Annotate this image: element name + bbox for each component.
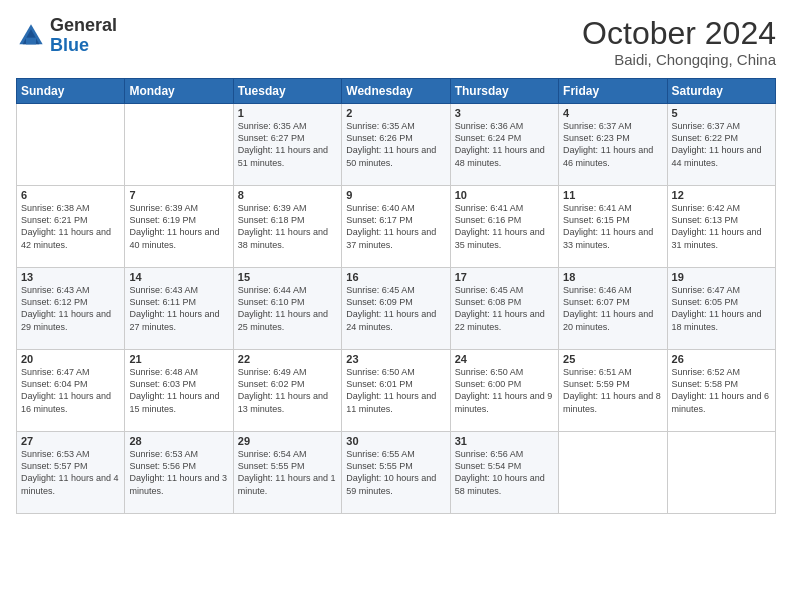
day-info: Sunrise: 6:37 AMSunset: 6:22 PMDaylight:… [672, 121, 762, 167]
col-sunday: Sunday [17, 79, 125, 104]
logo-blue: Blue [50, 35, 89, 55]
day-number: 4 [563, 107, 662, 119]
col-monday: Monday [125, 79, 233, 104]
day-number: 22 [238, 353, 337, 365]
day-number: 25 [563, 353, 662, 365]
day-number: 10 [455, 189, 554, 201]
calendar-cell: 28Sunrise: 6:53 AMSunset: 5:56 PMDayligh… [125, 432, 233, 514]
day-number: 16 [346, 271, 445, 283]
col-wednesday: Wednesday [342, 79, 450, 104]
day-number: 7 [129, 189, 228, 201]
day-info: Sunrise: 6:50 AMSunset: 6:00 PMDaylight:… [455, 367, 553, 413]
calendar: Sunday Monday Tuesday Wednesday Thursday… [16, 78, 776, 514]
logo-general: General [50, 15, 117, 35]
calendar-cell [667, 432, 775, 514]
day-info: Sunrise: 6:49 AMSunset: 6:02 PMDaylight:… [238, 367, 328, 413]
calendar-cell: 6Sunrise: 6:38 AMSunset: 6:21 PMDaylight… [17, 186, 125, 268]
day-info: Sunrise: 6:42 AMSunset: 6:13 PMDaylight:… [672, 203, 762, 249]
calendar-week-2: 6Sunrise: 6:38 AMSunset: 6:21 PMDaylight… [17, 186, 776, 268]
day-number: 21 [129, 353, 228, 365]
day-number: 30 [346, 435, 445, 447]
day-info: Sunrise: 6:38 AMSunset: 6:21 PMDaylight:… [21, 203, 111, 249]
day-number: 11 [563, 189, 662, 201]
calendar-cell: 20Sunrise: 6:47 AMSunset: 6:04 PMDayligh… [17, 350, 125, 432]
calendar-cell: 7Sunrise: 6:39 AMSunset: 6:19 PMDaylight… [125, 186, 233, 268]
calendar-cell: 19Sunrise: 6:47 AMSunset: 6:05 PMDayligh… [667, 268, 775, 350]
calendar-cell [17, 104, 125, 186]
col-saturday: Saturday [667, 79, 775, 104]
calendar-header-row: Sunday Monday Tuesday Wednesday Thursday… [17, 79, 776, 104]
day-number: 17 [455, 271, 554, 283]
day-info: Sunrise: 6:40 AMSunset: 6:17 PMDaylight:… [346, 203, 436, 249]
day-info: Sunrise: 6:35 AMSunset: 6:26 PMDaylight:… [346, 121, 436, 167]
calendar-cell: 25Sunrise: 6:51 AMSunset: 5:59 PMDayligh… [559, 350, 667, 432]
day-number: 13 [21, 271, 120, 283]
day-number: 23 [346, 353, 445, 365]
day-info: Sunrise: 6:41 AMSunset: 6:15 PMDaylight:… [563, 203, 653, 249]
day-info: Sunrise: 6:45 AMSunset: 6:09 PMDaylight:… [346, 285, 436, 331]
day-number: 5 [672, 107, 771, 119]
page: General Blue October 2024 Baidi, Chongqi… [0, 0, 792, 612]
day-number: 8 [238, 189, 337, 201]
day-number: 18 [563, 271, 662, 283]
calendar-cell: 29Sunrise: 6:54 AMSunset: 5:55 PMDayligh… [233, 432, 341, 514]
calendar-cell: 9Sunrise: 6:40 AMSunset: 6:17 PMDaylight… [342, 186, 450, 268]
calendar-cell: 24Sunrise: 6:50 AMSunset: 6:00 PMDayligh… [450, 350, 558, 432]
title-block: October 2024 Baidi, Chongqing, China [582, 16, 776, 68]
day-number: 26 [672, 353, 771, 365]
day-info: Sunrise: 6:45 AMSunset: 6:08 PMDaylight:… [455, 285, 545, 331]
calendar-cell: 11Sunrise: 6:41 AMSunset: 6:15 PMDayligh… [559, 186, 667, 268]
month-title: October 2024 [582, 16, 776, 51]
day-info: Sunrise: 6:48 AMSunset: 6:03 PMDaylight:… [129, 367, 219, 413]
day-number: 1 [238, 107, 337, 119]
calendar-cell: 15Sunrise: 6:44 AMSunset: 6:10 PMDayligh… [233, 268, 341, 350]
calendar-cell: 16Sunrise: 6:45 AMSunset: 6:09 PMDayligh… [342, 268, 450, 350]
calendar-cell: 8Sunrise: 6:39 AMSunset: 6:18 PMDaylight… [233, 186, 341, 268]
location-title: Baidi, Chongqing, China [582, 51, 776, 68]
day-number: 15 [238, 271, 337, 283]
day-number: 24 [455, 353, 554, 365]
day-info: Sunrise: 6:43 AMSunset: 6:11 PMDaylight:… [129, 285, 219, 331]
day-info: Sunrise: 6:51 AMSunset: 5:59 PMDaylight:… [563, 367, 661, 413]
day-info: Sunrise: 6:41 AMSunset: 6:16 PMDaylight:… [455, 203, 545, 249]
day-info: Sunrise: 6:36 AMSunset: 6:24 PMDaylight:… [455, 121, 545, 167]
day-number: 6 [21, 189, 120, 201]
calendar-cell: 2Sunrise: 6:35 AMSunset: 6:26 PMDaylight… [342, 104, 450, 186]
logo-text: General Blue [50, 16, 117, 56]
day-number: 28 [129, 435, 228, 447]
day-info: Sunrise: 6:39 AMSunset: 6:19 PMDaylight:… [129, 203, 219, 249]
day-number: 3 [455, 107, 554, 119]
calendar-cell: 12Sunrise: 6:42 AMSunset: 6:13 PMDayligh… [667, 186, 775, 268]
day-number: 27 [21, 435, 120, 447]
calendar-cell: 22Sunrise: 6:49 AMSunset: 6:02 PMDayligh… [233, 350, 341, 432]
calendar-week-4: 20Sunrise: 6:47 AMSunset: 6:04 PMDayligh… [17, 350, 776, 432]
day-info: Sunrise: 6:43 AMSunset: 6:12 PMDaylight:… [21, 285, 111, 331]
calendar-cell [125, 104, 233, 186]
calendar-cell [559, 432, 667, 514]
day-info: Sunrise: 6:53 AMSunset: 5:56 PMDaylight:… [129, 449, 227, 495]
day-info: Sunrise: 6:47 AMSunset: 6:05 PMDaylight:… [672, 285, 762, 331]
calendar-cell: 31Sunrise: 6:56 AMSunset: 5:54 PMDayligh… [450, 432, 558, 514]
calendar-cell: 14Sunrise: 6:43 AMSunset: 6:11 PMDayligh… [125, 268, 233, 350]
day-number: 19 [672, 271, 771, 283]
svg-rect-2 [26, 37, 36, 44]
day-number: 20 [21, 353, 120, 365]
day-info: Sunrise: 6:56 AMSunset: 5:54 PMDaylight:… [455, 449, 545, 495]
day-info: Sunrise: 6:44 AMSunset: 6:10 PMDaylight:… [238, 285, 328, 331]
day-number: 29 [238, 435, 337, 447]
day-info: Sunrise: 6:50 AMSunset: 6:01 PMDaylight:… [346, 367, 436, 413]
day-number: 14 [129, 271, 228, 283]
calendar-cell: 4Sunrise: 6:37 AMSunset: 6:23 PMDaylight… [559, 104, 667, 186]
col-tuesday: Tuesday [233, 79, 341, 104]
calendar-cell: 17Sunrise: 6:45 AMSunset: 6:08 PMDayligh… [450, 268, 558, 350]
calendar-week-5: 27Sunrise: 6:53 AMSunset: 5:57 PMDayligh… [17, 432, 776, 514]
calendar-cell: 30Sunrise: 6:55 AMSunset: 5:55 PMDayligh… [342, 432, 450, 514]
day-info: Sunrise: 6:46 AMSunset: 6:07 PMDaylight:… [563, 285, 653, 331]
calendar-cell: 3Sunrise: 6:36 AMSunset: 6:24 PMDaylight… [450, 104, 558, 186]
calendar-cell: 26Sunrise: 6:52 AMSunset: 5:58 PMDayligh… [667, 350, 775, 432]
day-info: Sunrise: 6:53 AMSunset: 5:57 PMDaylight:… [21, 449, 119, 495]
calendar-cell: 10Sunrise: 6:41 AMSunset: 6:16 PMDayligh… [450, 186, 558, 268]
day-number: 2 [346, 107, 445, 119]
calendar-cell: 1Sunrise: 6:35 AMSunset: 6:27 PMDaylight… [233, 104, 341, 186]
calendar-cell: 13Sunrise: 6:43 AMSunset: 6:12 PMDayligh… [17, 268, 125, 350]
